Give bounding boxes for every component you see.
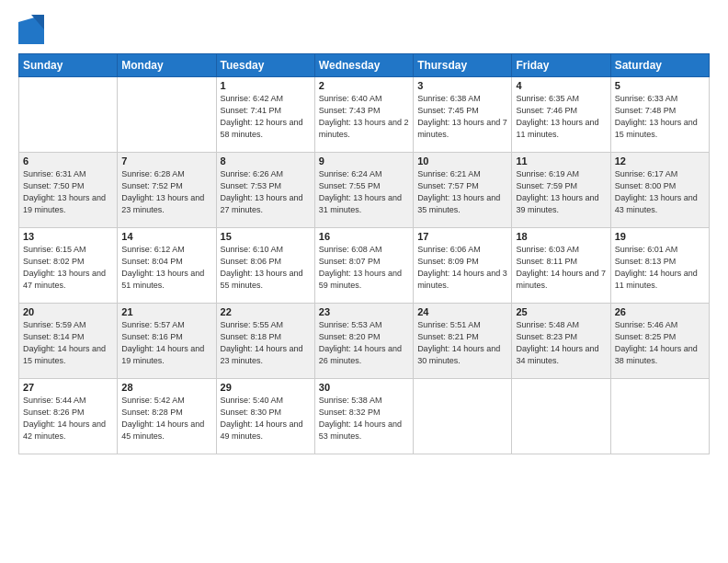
day-info: Sunrise: 6:19 AM Sunset: 7:59 PM Dayligh… xyxy=(516,168,606,216)
day-cell: 17Sunrise: 6:06 AM Sunset: 8:09 PM Dayli… xyxy=(414,228,512,304)
weekday-header-saturday: Saturday xyxy=(610,54,709,77)
day-cell: 6Sunrise: 6:31 AM Sunset: 7:50 PM Daylig… xyxy=(19,153,118,228)
weekday-header-wednesday: Wednesday xyxy=(314,54,413,77)
day-cell: 26Sunrise: 5:46 AM Sunset: 8:25 PM Dayli… xyxy=(610,304,709,379)
day-cell: 8Sunrise: 6:26 AM Sunset: 7:53 PM Daylig… xyxy=(216,153,314,228)
day-info: Sunrise: 5:46 AM Sunset: 8:25 PM Dayligh… xyxy=(615,319,705,367)
day-number: 3 xyxy=(417,80,507,91)
day-cell: 7Sunrise: 6:28 AM Sunset: 7:52 PM Daylig… xyxy=(118,153,216,228)
day-info: Sunrise: 6:12 AM Sunset: 8:04 PM Dayligh… xyxy=(121,244,211,292)
weekday-header-row: SundayMondayTuesdayWednesdayThursdayFrid… xyxy=(19,54,710,77)
weekday-header-tuesday: Tuesday xyxy=(216,54,314,77)
logo-icon xyxy=(18,15,44,44)
day-cell xyxy=(118,77,216,153)
day-cell: 4Sunrise: 6:35 AM Sunset: 7:46 PM Daylig… xyxy=(512,77,610,153)
day-info: Sunrise: 6:40 AM Sunset: 7:43 PM Dayligh… xyxy=(319,93,409,141)
day-number: 12 xyxy=(615,155,705,167)
day-cell: 25Sunrise: 5:48 AM Sunset: 8:23 PM Dayli… xyxy=(512,304,610,379)
day-number: 23 xyxy=(319,306,409,317)
week-row-5: 27Sunrise: 5:44 AM Sunset: 8:26 PM Dayli… xyxy=(19,379,710,454)
day-cell: 10Sunrise: 6:21 AM Sunset: 7:57 PM Dayli… xyxy=(414,153,512,228)
day-info: Sunrise: 6:01 AM Sunset: 8:13 PM Dayligh… xyxy=(615,244,705,292)
day-info: Sunrise: 6:35 AM Sunset: 7:46 PM Dayligh… xyxy=(516,93,606,141)
day-cell: 29Sunrise: 5:40 AM Sunset: 8:30 PM Dayli… xyxy=(216,379,314,454)
day-info: Sunrise: 6:03 AM Sunset: 8:11 PM Dayligh… xyxy=(516,244,606,292)
day-number: 30 xyxy=(319,382,409,393)
day-cell xyxy=(19,77,118,153)
page: SundayMondayTuesdayWednesdayThursdayFrid… xyxy=(0,0,728,563)
day-info: Sunrise: 6:33 AM Sunset: 7:48 PM Dayligh… xyxy=(615,93,705,141)
day-info: Sunrise: 6:42 AM Sunset: 7:41 PM Dayligh… xyxy=(221,93,311,141)
day-number: 28 xyxy=(121,382,211,393)
day-info: Sunrise: 5:40 AM Sunset: 8:30 PM Dayligh… xyxy=(221,395,311,442)
day-cell: 13Sunrise: 6:15 AM Sunset: 8:02 PM Dayli… xyxy=(19,228,118,304)
day-info: Sunrise: 5:55 AM Sunset: 8:18 PM Dayligh… xyxy=(221,319,311,367)
day-info: Sunrise: 5:38 AM Sunset: 8:32 PM Dayligh… xyxy=(319,395,409,442)
day-info: Sunrise: 6:17 AM Sunset: 8:00 PM Dayligh… xyxy=(615,168,705,216)
day-number: 15 xyxy=(221,231,311,242)
day-number: 29 xyxy=(221,382,311,393)
day-number: 11 xyxy=(516,155,606,167)
day-number: 5 xyxy=(615,80,705,91)
day-info: Sunrise: 5:51 AM Sunset: 8:21 PM Dayligh… xyxy=(417,319,507,367)
day-number: 19 xyxy=(615,231,705,242)
day-cell: 9Sunrise: 6:24 AM Sunset: 7:55 PM Daylig… xyxy=(314,153,413,228)
day-number: 24 xyxy=(417,306,507,317)
day-cell: 14Sunrise: 6:12 AM Sunset: 8:04 PM Dayli… xyxy=(118,228,216,304)
day-cell: 24Sunrise: 5:51 AM Sunset: 8:21 PM Dayli… xyxy=(414,304,512,379)
day-info: Sunrise: 5:57 AM Sunset: 8:16 PM Dayligh… xyxy=(121,319,211,367)
day-cell: 16Sunrise: 6:08 AM Sunset: 8:07 PM Dayli… xyxy=(314,228,413,304)
day-cell: 30Sunrise: 5:38 AM Sunset: 8:32 PM Dayli… xyxy=(314,379,413,454)
day-cell: 18Sunrise: 6:03 AM Sunset: 8:11 PM Dayli… xyxy=(512,228,610,304)
day-info: Sunrise: 6:21 AM Sunset: 7:57 PM Dayligh… xyxy=(417,168,507,216)
day-info: Sunrise: 6:38 AM Sunset: 7:45 PM Dayligh… xyxy=(417,93,507,141)
day-info: Sunrise: 5:48 AM Sunset: 8:23 PM Dayligh… xyxy=(516,319,606,367)
day-info: Sunrise: 6:24 AM Sunset: 7:55 PM Dayligh… xyxy=(319,168,409,216)
day-cell: 19Sunrise: 6:01 AM Sunset: 8:13 PM Dayli… xyxy=(610,228,709,304)
day-cell: 11Sunrise: 6:19 AM Sunset: 7:59 PM Dayli… xyxy=(512,153,610,228)
day-number: 10 xyxy=(417,155,507,167)
day-number: 17 xyxy=(417,231,507,242)
day-number: 20 xyxy=(23,306,113,317)
logo xyxy=(18,15,48,44)
day-info: Sunrise: 5:59 AM Sunset: 8:14 PM Dayligh… xyxy=(23,319,113,367)
day-cell: 22Sunrise: 5:55 AM Sunset: 8:18 PM Dayli… xyxy=(216,304,314,379)
day-number: 2 xyxy=(319,80,409,91)
day-info: Sunrise: 6:06 AM Sunset: 8:09 PM Dayligh… xyxy=(417,244,507,292)
day-number: 1 xyxy=(221,80,311,91)
day-number: 21 xyxy=(121,306,211,317)
day-cell: 12Sunrise: 6:17 AM Sunset: 8:00 PM Dayli… xyxy=(610,153,709,228)
day-cell: 23Sunrise: 5:53 AM Sunset: 8:20 PM Dayli… xyxy=(314,304,413,379)
week-row-3: 13Sunrise: 6:15 AM Sunset: 8:02 PM Dayli… xyxy=(19,228,710,304)
weekday-header-friday: Friday xyxy=(512,54,610,77)
day-info: Sunrise: 5:42 AM Sunset: 8:28 PM Dayligh… xyxy=(121,395,211,442)
day-cell: 20Sunrise: 5:59 AM Sunset: 8:14 PM Dayli… xyxy=(19,304,118,379)
day-cell: 2Sunrise: 6:40 AM Sunset: 7:43 PM Daylig… xyxy=(314,77,413,153)
day-cell: 15Sunrise: 6:10 AM Sunset: 8:06 PM Dayli… xyxy=(216,228,314,304)
day-cell: 1Sunrise: 6:42 AM Sunset: 7:41 PM Daylig… xyxy=(216,77,314,153)
day-number: 7 xyxy=(121,155,211,167)
day-cell: 27Sunrise: 5:44 AM Sunset: 8:26 PM Dayli… xyxy=(19,379,118,454)
day-info: Sunrise: 6:10 AM Sunset: 8:06 PM Dayligh… xyxy=(221,244,311,292)
header xyxy=(18,15,710,44)
calendar: SundayMondayTuesdayWednesdayThursdayFrid… xyxy=(18,53,710,454)
day-info: Sunrise: 6:08 AM Sunset: 8:07 PM Dayligh… xyxy=(319,244,409,292)
day-cell xyxy=(610,379,709,454)
weekday-header-sunday: Sunday xyxy=(19,54,118,77)
day-number: 9 xyxy=(319,155,409,167)
day-number: 27 xyxy=(23,382,113,393)
day-info: Sunrise: 6:15 AM Sunset: 8:02 PM Dayligh… xyxy=(23,244,113,292)
day-cell: 3Sunrise: 6:38 AM Sunset: 7:45 PM Daylig… xyxy=(414,77,512,153)
day-info: Sunrise: 6:31 AM Sunset: 7:50 PM Dayligh… xyxy=(23,168,113,216)
day-cell: 28Sunrise: 5:42 AM Sunset: 8:28 PM Dayli… xyxy=(118,379,216,454)
day-number: 18 xyxy=(516,231,606,242)
day-number: 26 xyxy=(615,306,705,317)
day-number: 25 xyxy=(516,306,606,317)
weekday-header-monday: Monday xyxy=(118,54,216,77)
day-info: Sunrise: 6:28 AM Sunset: 7:52 PM Dayligh… xyxy=(121,168,211,216)
day-info: Sunrise: 5:53 AM Sunset: 8:20 PM Dayligh… xyxy=(319,319,409,367)
day-number: 8 xyxy=(221,155,311,167)
day-number: 14 xyxy=(121,231,211,242)
day-number: 4 xyxy=(516,80,606,91)
day-info: Sunrise: 6:26 AM Sunset: 7:53 PM Dayligh… xyxy=(221,168,311,216)
